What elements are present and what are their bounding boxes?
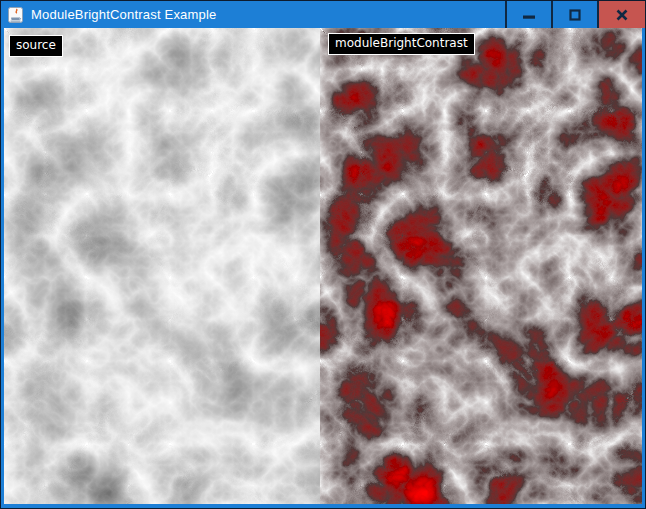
java-coffee-cup-icon[interactable] [8,7,23,23]
window-title: ModuleBrightContrast Example [31,7,505,22]
app-window: ModuleBrightContrast Example [0,0,646,509]
maximize-button[interactable] [551,1,597,28]
processed-image [320,28,642,504]
close-button[interactable] [597,1,645,28]
maximize-square-icon [568,8,582,22]
source-image [4,28,320,504]
window-controls [505,1,645,28]
close-x-icon [615,8,629,22]
minimize-dash-icon [522,8,536,22]
minimize-button[interactable] [505,1,551,28]
image-area: source moduleBrightCont [1,28,645,508]
source-label: source [9,35,63,57]
java-icon-graphic [8,7,23,23]
processed-image-panel: moduleBrightContrast [320,28,642,504]
processed-label: moduleBrightContrast [328,33,475,55]
titlebar[interactable]: ModuleBrightContrast Example [1,1,645,28]
source-image-panel: source [4,28,320,504]
